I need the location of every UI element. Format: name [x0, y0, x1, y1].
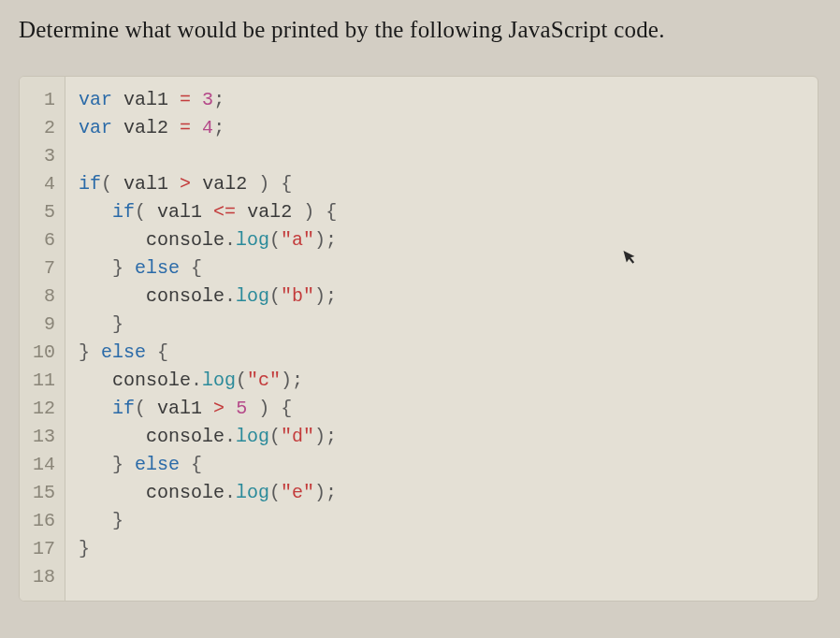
code-line: console.log("b");	[79, 285, 337, 307]
line-number-gutter: 1 2 3 4 5 6 7 8 9 10 11 12 13 14 15 16 1…	[20, 77, 65, 601]
code-block: 1 2 3 4 5 6 7 8 9 10 11 12 13 14 15 16 1…	[19, 76, 818, 602]
line-number: 4	[20, 170, 65, 198]
line-number: 2	[20, 114, 65, 142]
code-line: if( val1 > 5 ) {	[79, 398, 292, 419]
code-line: } else {	[79, 454, 202, 475]
line-number: 7	[20, 254, 65, 283]
line-number: 10	[20, 339, 65, 367]
code-line: console.log("d");	[79, 426, 337, 447]
line-number: 15	[20, 479, 65, 507]
code-line: var val1 = 3;	[79, 89, 224, 110]
line-number: 16	[20, 507, 65, 535]
code-line: } else {	[79, 257, 202, 279]
line-number: 9	[20, 311, 65, 339]
question-text: Determine what would be printed by the f…	[19, 17, 831, 43]
line-number: 6	[20, 226, 65, 254]
line-number: 1	[20, 86, 65, 114]
code-line: console.log("c");	[79, 370, 303, 391]
code-line: }	[79, 313, 123, 335]
code-line: console.log("e");	[79, 482, 337, 503]
code-line: }	[79, 538, 90, 559]
code-line: var val2 = 4;	[79, 117, 224, 138]
code-line: } else {	[79, 341, 168, 363]
line-number: 3	[20, 142, 65, 170]
code-line: if( val1 <= val2 ) {	[79, 201, 337, 223]
line-number: 13	[20, 423, 65, 451]
line-number: 14	[20, 451, 65, 479]
code-line: console.log("a");	[79, 229, 337, 251]
line-number: 18	[20, 563, 65, 591]
line-number: 8	[20, 283, 65, 311]
code-content: var val1 = 3; var val2 = 4; if( val1 > v…	[65, 77, 350, 601]
line-number: 17	[20, 535, 65, 563]
code-line: }	[79, 510, 123, 531]
line-number: 11	[20, 367, 65, 395]
line-number: 5	[20, 198, 65, 226]
line-number: 12	[20, 395, 65, 423]
code-line: if( val1 > val2 ) {	[79, 173, 292, 195]
